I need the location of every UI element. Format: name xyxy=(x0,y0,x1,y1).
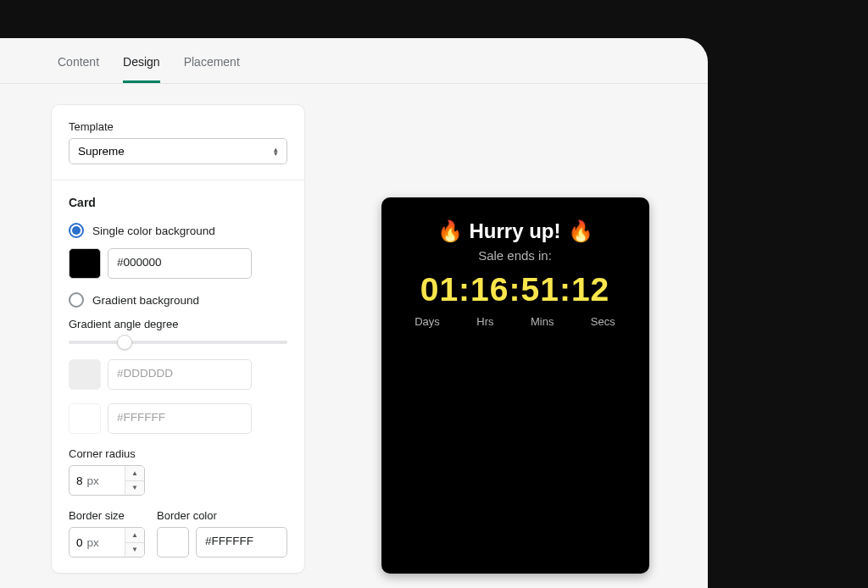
single-color-input[interactable]: #000000 xyxy=(108,248,252,279)
gradient-radio-row[interactable]: Gradient background xyxy=(69,292,287,308)
border-color-swatch[interactable] xyxy=(157,527,189,557)
preview-title-text: Hurry up! xyxy=(470,219,561,243)
corner-radius-down[interactable]: ▼ xyxy=(125,480,144,496)
select-arrows-icon: ▴▾ xyxy=(274,147,278,156)
border-color-group: Border color #FFFFFF xyxy=(157,509,287,557)
border-size-group: Border size 0 px ▲ ▼ xyxy=(69,509,145,557)
single-color-radio[interactable] xyxy=(69,223,84,238)
content-area: Template Supreme ▴▾ Card Single color ba… xyxy=(0,84,708,574)
template-label: Template xyxy=(69,120,287,133)
tab-content[interactable]: Content xyxy=(58,55,99,83)
card-section: Card Single color background #000000 Gra… xyxy=(52,180,304,573)
fire-icon: 🔥 xyxy=(568,219,593,243)
gradient-color2-swatch[interactable] xyxy=(69,403,101,434)
single-color-swatch[interactable] xyxy=(69,248,101,279)
template-section: Template Supreme ▴▾ xyxy=(52,105,304,180)
fire-icon: 🔥 xyxy=(437,219,463,243)
countdown-secs: 12 xyxy=(571,271,609,308)
border-size-stepper[interactable]: 0 px ▲ ▼ xyxy=(69,527,145,557)
border-size-value: 0 xyxy=(76,536,83,549)
preview-area: 🔥 Hurry up! 🔥 Sale ends in: 01:16:51:12 … xyxy=(356,104,674,574)
gradient-color1-row: #DDDDDD xyxy=(69,359,287,390)
tab-design[interactable]: Design xyxy=(123,55,160,83)
gradient-angle-label: Gradient angle degree xyxy=(69,318,287,330)
countdown-hrs: 16 xyxy=(470,271,509,308)
tab-bar: Content Design Placement xyxy=(0,38,708,84)
editor-window: Content Design Placement Template Suprem… xyxy=(0,38,708,588)
border-size-down[interactable]: ▼ xyxy=(125,542,144,557)
corner-radius-value: 8 xyxy=(76,474,83,487)
label-days: Days xyxy=(415,315,440,328)
template-select[interactable]: Supreme ▴▾ xyxy=(69,138,287,164)
border-size-unit: px xyxy=(87,536,99,549)
border-size-up[interactable]: ▲ xyxy=(125,528,144,542)
corner-radius-stepper[interactable]: 8 px ▲ ▼ xyxy=(69,465,145,496)
single-color-row: #000000 xyxy=(69,248,287,279)
tab-placement[interactable]: Placement xyxy=(184,55,240,83)
card-heading: Card xyxy=(69,196,287,209)
countdown: 01:16:51:12 xyxy=(390,271,641,308)
corner-radius-label: Corner radius xyxy=(69,447,287,460)
single-color-label: Single color background xyxy=(92,225,215,237)
template-select-value: Supreme xyxy=(78,145,125,158)
gradient-label: Gradient background xyxy=(92,294,199,307)
gradient-color2-row: #FFFFFF xyxy=(69,403,287,434)
gradient-color1-input[interactable]: #DDDDDD xyxy=(108,359,252,390)
border-size-label: Border size xyxy=(69,509,145,522)
label-hrs: Hrs xyxy=(476,315,493,328)
single-color-radio-row[interactable]: Single color background xyxy=(69,223,287,238)
label-mins: Mins xyxy=(531,315,554,328)
border-row: Border size 0 px ▲ ▼ xyxy=(69,509,287,557)
design-panel: Template Supreme ▴▾ Card Single color ba… xyxy=(51,104,305,574)
preview-subtitle: Sale ends in: xyxy=(390,248,641,263)
border-color-input[interactable]: #FFFFFF xyxy=(196,527,287,557)
corner-radius-group: Corner radius 8 px ▲ ▼ xyxy=(69,447,287,496)
gradient-color2-input[interactable]: #FFFFFF xyxy=(108,403,252,434)
countdown-days: 01 xyxy=(420,271,459,308)
preview-title: 🔥 Hurry up! 🔥 xyxy=(390,219,641,243)
corner-radius-up[interactable]: ▲ xyxy=(125,466,144,480)
preview-card: 🔥 Hurry up! 🔥 Sale ends in: 01:16:51:12 … xyxy=(381,197,649,574)
countdown-labels: Days Hrs Mins Secs xyxy=(390,315,641,328)
slider-thumb[interactable] xyxy=(117,335,132,350)
border-color-label: Border color xyxy=(157,509,287,522)
gradient-color1-swatch[interactable] xyxy=(69,359,101,390)
gradient-radio[interactable] xyxy=(69,292,84,308)
gradient-angle-slider[interactable] xyxy=(69,341,287,344)
label-secs: Secs xyxy=(591,315,615,328)
corner-radius-unit: px xyxy=(87,474,99,487)
countdown-mins: 51 xyxy=(521,271,559,308)
